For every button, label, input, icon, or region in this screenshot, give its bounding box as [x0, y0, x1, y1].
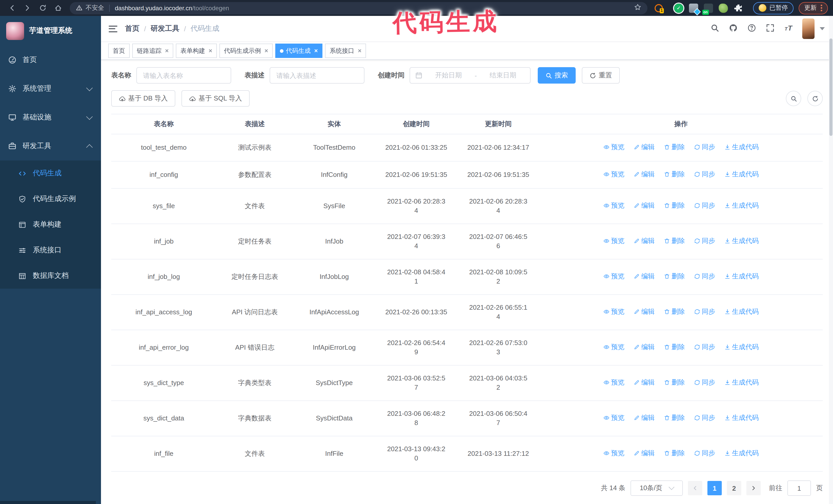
action-download-link[interactable]: 生成代码	[724, 170, 759, 179]
browser-home-button[interactable]	[51, 1, 65, 15]
sidebar-subitem-form[interactable]: 表单构建	[0, 212, 101, 237]
close-icon[interactable]: ×	[358, 48, 361, 54]
browser-menu-icon[interactable]	[821, 5, 822, 11]
sidebar-item-briefcase[interactable]: 研发工具	[0, 132, 101, 161]
close-icon[interactable]: ×	[209, 48, 212, 54]
action-sync-link[interactable]: 同步	[694, 449, 715, 458]
table-desc-input[interactable]	[270, 67, 364, 83]
sidebar-item-monitor[interactable]: 基础设施	[0, 103, 101, 132]
create-time-range-picker[interactable]: 开始日期 - 结束日期	[410, 67, 530, 83]
action-sync-link[interactable]: 同步	[694, 236, 715, 246]
browser-update-button[interactable]: 更新	[799, 2, 828, 14]
action-download-link[interactable]: 生成代码	[724, 272, 759, 281]
import-db-button[interactable]: 基于 DB 导入	[111, 90, 175, 106]
action-eye-link[interactable]: 预览	[603, 236, 624, 246]
extensions-menu-button[interactable]	[734, 3, 743, 13]
extension-icon[interactable]	[689, 3, 698, 13]
close-icon[interactable]: ×	[264, 48, 268, 54]
bookmark-button[interactable]	[634, 4, 641, 12]
tab-1[interactable]: 链路追踪×	[132, 44, 173, 58]
tab-3[interactable]: 代码生成示例×	[219, 44, 273, 58]
tab-5[interactable]: 系统接口×	[325, 44, 366, 58]
breadcrumb-item[interactable]: 研发工具	[151, 24, 180, 33]
search-button[interactable]: 搜索	[538, 67, 576, 83]
action-sync-link[interactable]: 同步	[694, 201, 715, 210]
action-edit-link[interactable]: 编辑	[634, 143, 654, 152]
close-icon[interactable]: ×	[314, 48, 318, 54]
navbar-search-button[interactable]	[711, 23, 719, 34]
action-download-link[interactable]: 生成代码	[724, 236, 759, 246]
action-download-link[interactable]: 生成代码	[724, 201, 759, 210]
action-download-link[interactable]: 生成代码	[724, 413, 759, 423]
navbar-question-button[interactable]	[747, 23, 756, 34]
scrollbar[interactable]	[829, 16, 833, 504]
page-2-button[interactable]: 2	[727, 481, 741, 495]
action-eye-link[interactable]: 预览	[603, 378, 624, 387]
app-logo[interactable]: 芋道管理系统	[0, 16, 101, 46]
action-download-link[interactable]: 生成代码	[724, 378, 759, 387]
page-size-select[interactable]: 10条/页	[630, 480, 683, 496]
profile-paused-badge[interactable]: 已暂停	[753, 2, 793, 14]
action-sync-link[interactable]: 同步	[694, 143, 715, 152]
goto-page-input[interactable]	[787, 480, 811, 496]
toggle-search-button[interactable]	[786, 91, 801, 106]
breadcrumb-item[interactable]: 首页	[125, 24, 139, 33]
action-edit-link[interactable]: 编辑	[634, 413, 654, 423]
action-edit-link[interactable]: 编辑	[634, 236, 654, 246]
action-edit-link[interactable]: 编辑	[634, 378, 654, 387]
action-trash-link[interactable]: 删除	[664, 143, 685, 152]
action-eye-link[interactable]: 预览	[603, 449, 624, 458]
action-edit-link[interactable]: 编辑	[634, 272, 654, 281]
action-trash-link[interactable]: 删除	[664, 378, 685, 387]
action-sync-link[interactable]: 同步	[694, 342, 715, 352]
scrollbar-thumb[interactable]	[829, 39, 832, 136]
action-edit-link[interactable]: 编辑	[634, 342, 654, 352]
action-eye-link[interactable]: 预览	[603, 272, 624, 281]
reset-button[interactable]: 重置	[582, 67, 620, 83]
action-edit-link[interactable]: 编辑	[634, 307, 654, 316]
prev-page-button[interactable]	[688, 481, 702, 495]
tab-4[interactable]: 代码生成×	[275, 44, 323, 58]
action-trash-link[interactable]: 删除	[664, 272, 685, 281]
action-eye-link[interactable]: 预览	[603, 201, 624, 210]
action-trash-link[interactable]: 删除	[664, 236, 685, 246]
action-trash-link[interactable]: 删除	[664, 413, 685, 423]
action-sync-link[interactable]: 同步	[694, 307, 715, 316]
sidebar-item-dashboard[interactable]: 首页	[0, 46, 101, 74]
sidebar-subitem-code[interactable]: 代码生成	[0, 161, 101, 186]
extension-icon[interactable]: on	[704, 3, 713, 13]
action-download-link[interactable]: 生成代码	[724, 307, 759, 316]
action-trash-link[interactable]: 删除	[664, 170, 685, 179]
extension-icon[interactable]	[719, 3, 728, 13]
sidebar-item-gear[interactable]: 系统管理	[0, 74, 101, 103]
action-sync-link[interactable]: 同步	[694, 413, 715, 423]
page-1-button[interactable]: 1	[708, 481, 722, 495]
import-sql-button[interactable]: 基于 SQL 导入	[182, 90, 250, 106]
action-trash-link[interactable]: 删除	[664, 307, 685, 316]
close-icon[interactable]: ×	[165, 48, 169, 54]
action-trash-link[interactable]: 删除	[664, 449, 685, 458]
action-sync-link[interactable]: 同步	[694, 272, 715, 281]
action-download-link[interactable]: 生成代码	[724, 143, 759, 152]
action-eye-link[interactable]: 预览	[603, 413, 624, 423]
action-eye-link[interactable]: 预览	[603, 307, 624, 316]
sidebar-toggle-button[interactable]	[109, 25, 117, 32]
action-download-link[interactable]: 生成代码	[724, 342, 759, 352]
address-bar[interactable]: 不安全 dashboard.yudao.iocoder.cn/tool/code…	[70, 2, 647, 14]
extension-icon[interactable]: 1	[654, 4, 663, 12]
browser-forward-button[interactable]	[21, 1, 34, 15]
navbar-fullscreen-button[interactable]	[766, 23, 775, 34]
action-eye-link[interactable]: 预览	[603, 143, 624, 152]
action-trash-link[interactable]: 删除	[664, 201, 685, 210]
action-sync-link[interactable]: 同步	[694, 170, 715, 179]
sidebar-subitem-db-grid[interactable]: 数据库文档	[0, 263, 101, 289]
refresh-table-button[interactable]	[807, 91, 823, 106]
next-page-button[interactable]	[746, 481, 761, 495]
tab-2[interactable]: 表单构建×	[176, 44, 217, 58]
tab-0[interactable]: 首页	[108, 44, 130, 58]
action-edit-link[interactable]: 编辑	[634, 170, 654, 179]
navbar-github-button[interactable]	[729, 23, 738, 34]
sidebar-subitem-sliders[interactable]: 系统接口	[0, 237, 101, 263]
browser-reload-button[interactable]	[36, 1, 49, 15]
user-avatar-menu[interactable]	[802, 19, 825, 39]
